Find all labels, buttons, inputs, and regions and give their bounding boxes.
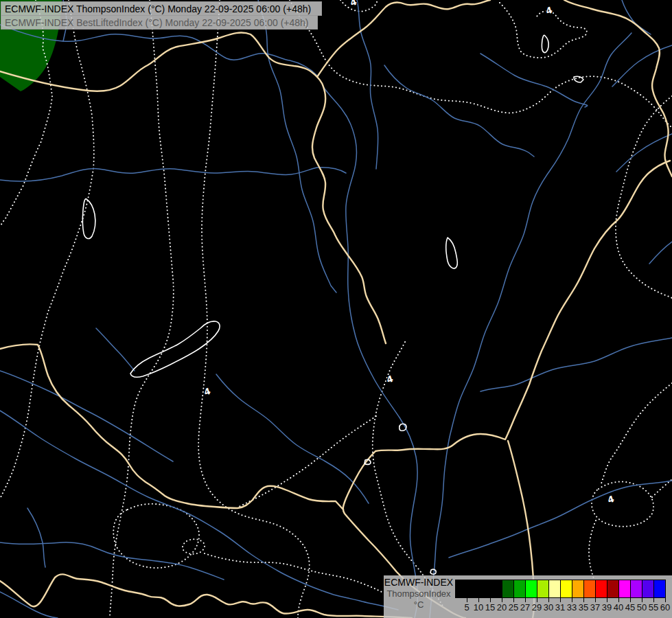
legend-tick-label: 20 — [497, 602, 507, 613]
legend-tick-label: 40 — [614, 602, 623, 613]
map-title-bar: ECMWF-INDEX ThompsonIndex (°C) Monday 22… — [1, 1, 322, 30]
legend-tick-label: 35 — [579, 602, 588, 613]
legend-tick-label: 29 — [532, 602, 542, 613]
legend-tick-label: 33 — [567, 602, 577, 613]
legend-tick-label: 50 — [637, 602, 647, 613]
legend-colorbar: 51015202527293031333537394045505560 — [455, 580, 666, 598]
legend-titles: ECMWF-INDEX ThompsonIndex °C — [384, 577, 454, 610]
legend-cell: 35 — [572, 580, 584, 597]
legend-cell: 20 — [491, 580, 502, 597]
legend-tick-label: 31 — [555, 602, 565, 613]
legend-cell: 55 — [642, 580, 654, 597]
legend-cell: 33 — [561, 580, 572, 597]
legend-cell: 37 — [584, 580, 596, 597]
legend-tick-label: 45 — [625, 602, 635, 613]
legend-tick-label: 25 — [509, 602, 518, 613]
legend-tick-label: 10 — [474, 602, 483, 613]
legend-cell: 29 — [526, 580, 537, 597]
legend-tick-label: 55 — [649, 602, 658, 613]
legend-panel: ECMWF-INDEX ThompsonIndex °C 51015202527… — [384, 575, 672, 618]
legend-tick-label: 39 — [602, 602, 612, 613]
legend-cell: 15 — [479, 580, 491, 597]
forecast-map-screen: 44444 ECMWF-INDEX ThompsonIndex (°C) Mon… — [0, 0, 672, 618]
legend-title-model: ECMWF-INDEX — [384, 577, 454, 588]
legend-tick-label: 5 — [464, 602, 469, 613]
legend-tick-label: 30 — [544, 602, 553, 613]
legend-tick-label: 15 — [485, 602, 495, 613]
title-thompson-index: ECMWF-INDEX ThompsonIndex (°C) Monday 22… — [1, 1, 322, 16]
legend-cell: 10 — [467, 580, 479, 597]
map-background — [0, 0, 672, 618]
legend-cell: 45 — [619, 580, 631, 597]
legend-title-units: °C — [384, 599, 454, 610]
legend-cell: 39 — [596, 580, 607, 597]
legend-cell: 60 — [654, 580, 665, 597]
weather-map: 44444 — [0, 0, 672, 618]
legend-cell: 27 — [514, 580, 526, 597]
legend-cell: 25 — [502, 580, 514, 597]
legend-cell: 31 — [549, 580, 561, 597]
legend-cell: 5 — [456, 580, 467, 597]
legend-cell: 30 — [537, 580, 549, 597]
legend-tick-label: 60 — [660, 602, 670, 613]
legend-title-index: ThompsonIndex — [384, 588, 454, 599]
title-best-lifted-index: ECMWF-INDEX BestLiftedIndex (°C) Monday … — [1, 15, 318, 30]
legend-cell: 50 — [631, 580, 642, 597]
legend-cell: 40 — [607, 580, 619, 597]
legend-tick-label: 37 — [590, 602, 600, 613]
legend-tick-label: 27 — [520, 602, 530, 613]
